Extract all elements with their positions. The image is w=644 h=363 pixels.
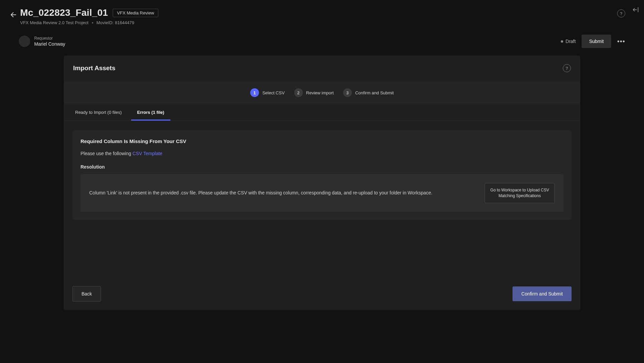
- error-title: Required Column Is Missing From Your CSV: [80, 138, 564, 144]
- stepper: 1 Select CSV 2 Review import 3 Confirm a…: [64, 81, 580, 104]
- go-to-workspace-button[interactable]: Go to Workspace to Upload CSV Matching S…: [485, 183, 555, 203]
- step-select-csv[interactable]: 1 Select CSV: [250, 88, 284, 97]
- resolution-message: Column 'Link' is not present in the prov…: [89, 189, 478, 196]
- project-type-tag: VFX Media Review: [113, 9, 159, 17]
- status-dot-icon: [561, 40, 563, 43]
- error-hint: Please use the following CSV Template: [80, 151, 564, 156]
- step-label: Confirm and Submit: [355, 90, 394, 95]
- back-arrow-icon[interactable]: [9, 11, 17, 19]
- workspace-btn-line2: Matching Specifications: [498, 193, 541, 198]
- page-header: Mc_022823_Fail_01 VFX Media Review VFX M…: [0, 0, 644, 29]
- csv-template-link[interactable]: CSV Template: [132, 151, 162, 156]
- confirm-and-submit-button[interactable]: Confirm and Submit: [513, 286, 572, 301]
- avatar: [19, 36, 30, 47]
- error-card: Required Column Is Missing From Your CSV…: [72, 130, 572, 220]
- step-label: Select CSV: [262, 90, 284, 95]
- step-number: 3: [343, 88, 352, 97]
- separator-dot-icon: [92, 22, 93, 24]
- status-badge: Draft: [561, 39, 576, 44]
- step-number: 2: [294, 88, 303, 97]
- panel-collapse-icon[interactable]: [631, 5, 640, 15]
- resolution-label: Resolution: [80, 164, 564, 170]
- tabs: Ready to Import (0 files) Errors (1 file…: [64, 104, 580, 121]
- requestor-name: Mariel Conway: [34, 41, 65, 47]
- step-review-import[interactable]: 2 Review import: [294, 88, 334, 97]
- movie-id: MovieID: 81644479: [97, 20, 135, 25]
- help-icon[interactable]: ?: [617, 9, 625, 17]
- panel-help-icon[interactable]: ?: [563, 64, 571, 72]
- breadcrumb: VFX Media Review 2.0 Test Project MovieI…: [20, 20, 158, 25]
- step-confirm-submit[interactable]: 3 Confirm and Submit: [343, 88, 394, 97]
- requestor-label: Requestor: [34, 36, 65, 41]
- title-block: Mc_022823_Fail_01 VFX Media Review VFX M…: [20, 7, 158, 25]
- page-title: Mc_022823_Fail_01: [20, 7, 108, 18]
- step-label: Review import: [306, 90, 334, 95]
- back-button[interactable]: Back: [72, 286, 101, 302]
- submit-button[interactable]: Submit: [582, 35, 611, 48]
- step-number: 1: [250, 88, 259, 97]
- requestor-block: Requestor Mariel Conway: [34, 36, 65, 47]
- panel-title: Import Assets: [73, 64, 115, 72]
- meta-row: Requestor Mariel Conway Draft Submit •••: [0, 29, 644, 55]
- import-assets-panel: Import Assets ? 1 Select CSV 2 Review im…: [64, 55, 580, 310]
- tab-errors[interactable]: Errors (1 file): [131, 104, 170, 121]
- error-hint-prefix: Please use the following: [80, 151, 132, 156]
- status-text: Draft: [566, 39, 576, 44]
- resolution-box: Column 'Link' is not present in the prov…: [80, 174, 564, 212]
- project-name: VFX Media Review 2.0 Test Project: [20, 20, 89, 25]
- tab-ready-to-import[interactable]: Ready to Import (0 files): [69, 104, 128, 121]
- overflow-menu-icon[interactable]: •••: [617, 38, 625, 45]
- workspace-btn-line1: Go to Workspace to Upload CSV: [490, 188, 549, 192]
